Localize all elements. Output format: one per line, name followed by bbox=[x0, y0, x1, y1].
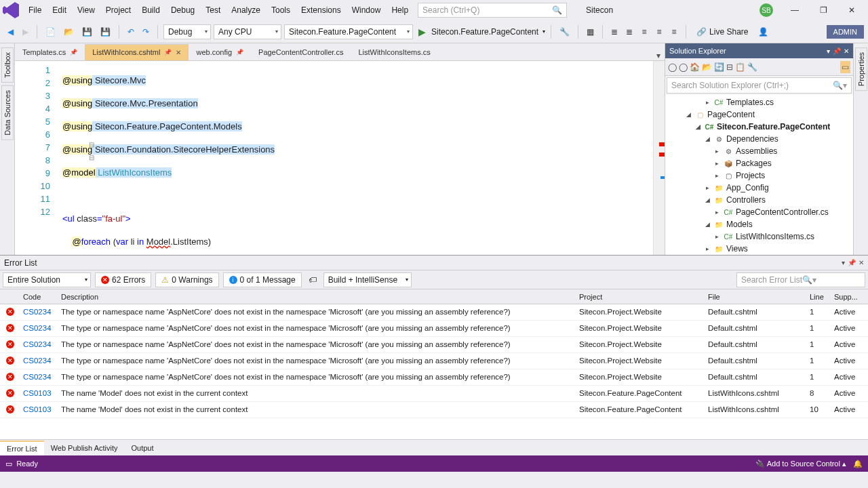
expand-icon[interactable]: ▸ bbox=[703, 245, 711, 252]
se-home-icon[interactable]: 🏠 bbox=[690, 62, 700, 72]
pane-dropdown-icon[interactable]: ▾ bbox=[842, 259, 845, 266]
error-row[interactable]: ✕CS0103The name 'Model' does not exist i… bbox=[0, 402, 868, 418]
tree-node[interactable]: ◢C#Sitecon.Feature.PageContent bbox=[665, 121, 853, 133]
run-icon[interactable]: ▶ bbox=[416, 24, 429, 39]
quick-search-input[interactable]: Search (Ctrl+Q) 🔍 bbox=[418, 3, 567, 18]
properties-tab[interactable]: Properties bbox=[855, 47, 867, 91]
tab-web-publish[interactable]: Web Publish Activity bbox=[44, 441, 125, 455]
tree-node[interactable]: ◢▢PageContent bbox=[665, 108, 853, 121]
tree-node[interactable]: ▸📁Views bbox=[665, 243, 853, 255]
user-avatar[interactable]: SB bbox=[760, 3, 773, 17]
editor-scrollbar[interactable] bbox=[653, 61, 665, 255]
menu-window[interactable]: Window bbox=[347, 3, 387, 18]
error-list-search[interactable]: Search Error List 🔍▾ bbox=[736, 272, 865, 287]
live-share-button[interactable]: 🔗Live Share bbox=[692, 24, 753, 39]
new-project-icon[interactable]: 📄 bbox=[43, 25, 58, 39]
filter-icon[interactable]: 🏷 bbox=[306, 273, 319, 287]
menu-extensions[interactable]: Extensions bbox=[296, 3, 347, 18]
code-text[interactable]: @using Sitecore.Mvc @using Sitecore.Mvc.… bbox=[62, 61, 653, 255]
format-icon[interactable]: ≡ bbox=[668, 25, 680, 39]
run-target[interactable]: Sitecon.Feature.PageContent bbox=[431, 27, 538, 37]
pin-icon[interactable]: 📌 bbox=[164, 49, 172, 56]
scope-dropdown[interactable]: Entire Solution bbox=[3, 272, 91, 287]
expand-icon[interactable]: ▸ bbox=[703, 184, 711, 191]
expand-icon[interactable]: ▸ bbox=[713, 148, 721, 155]
feedback-icon[interactable]: 👤 bbox=[755, 25, 771, 39]
tree-node[interactable]: ▸C#Templates.cs bbox=[665, 96, 853, 108]
fold-icon[interactable]: ⊟ bbox=[88, 141, 95, 148]
doctab[interactable]: Templates.cs📌 bbox=[15, 44, 85, 60]
close-button[interactable]: ✕ bbox=[838, 1, 865, 20]
menu-tools[interactable]: Tools bbox=[266, 3, 296, 18]
startup-dropdown[interactable]: Sitecon.Feature.PageContent bbox=[284, 24, 413, 39]
tree-node[interactable]: ◢📁Models bbox=[665, 218, 853, 230]
expand-icon[interactable]: ▸ bbox=[713, 209, 721, 216]
tree-node[interactable]: ▸📁App_Config bbox=[665, 182, 853, 194]
redo-icon[interactable]: ↷ bbox=[140, 25, 152, 39]
expand-icon[interactable]: ◢ bbox=[694, 123, 702, 130]
tree-node[interactable]: ▸C#ListWithIconsItems.cs bbox=[665, 230, 853, 243]
tree-node[interactable]: ▸📦Packages bbox=[665, 157, 853, 169]
outdent-icon[interactable]: ≣ bbox=[623, 25, 635, 39]
uncomment-icon[interactable]: ≡ bbox=[653, 25, 665, 39]
expand-icon[interactable]: ◢ bbox=[684, 111, 692, 118]
undo-icon[interactable]: ↶ bbox=[125, 25, 137, 39]
save-all-icon[interactable]: 💾 bbox=[98, 25, 113, 39]
solution-explorer-search[interactable]: Search Solution Explorer (Ctrl+;) 🔍▾ bbox=[667, 77, 852, 94]
platform-dropdown[interactable]: Any CPU bbox=[214, 24, 281, 39]
pin-icon[interactable]: 📌 bbox=[70, 49, 77, 56]
tree-node[interactable]: ▸C#PageContentController.cs bbox=[665, 206, 853, 218]
pane-close-icon[interactable]: ✕ bbox=[844, 47, 849, 55]
fold-icon[interactable]: ⊟ bbox=[88, 154, 95, 161]
se-preview-icon[interactable]: ▭ bbox=[840, 61, 850, 73]
error-row[interactable]: ✕CS0234The type or namespace name 'AspNe… bbox=[0, 337, 868, 353]
tree-node[interactable]: ◢⚙Dependencies bbox=[665, 133, 853, 145]
pane-close-icon[interactable]: ✕ bbox=[859, 259, 864, 266]
expand-icon[interactable]: ▸ bbox=[713, 233, 721, 240]
close-icon[interactable]: ✕ bbox=[176, 49, 181, 56]
expand-icon[interactable]: ◢ bbox=[703, 221, 711, 228]
code-editor[interactable]: 123456789101112 @using Sitecore.Mvc @usi… bbox=[15, 61, 665, 255]
error-row[interactable]: ✕CS0103The name 'Model' does not exist i… bbox=[0, 386, 868, 402]
toolbox-tab[interactable]: Toolbox bbox=[1, 47, 14, 83]
tree-node[interactable]: ▸⚙Assemblies bbox=[665, 145, 853, 157]
menu-debug[interactable]: Debug bbox=[165, 3, 200, 18]
tree-node[interactable]: ◢📁Controllers bbox=[665, 194, 853, 206]
tool-icon[interactable]: 🔧 bbox=[557, 25, 572, 39]
se-properties-icon[interactable]: 🔧 bbox=[747, 62, 757, 72]
doctab[interactable]: ListWithIconsItems.cs bbox=[351, 44, 437, 60]
error-row[interactable]: ✕CS0234The type or namespace name 'AspNe… bbox=[0, 304, 868, 321]
nav-fwd-icon[interactable]: ▶ bbox=[19, 25, 31, 39]
build-intellisense-dropdown[interactable]: Build + IntelliSense bbox=[323, 272, 412, 287]
expand-icon[interactable]: ▸ bbox=[713, 172, 721, 179]
nav-back-icon[interactable]: ◀ bbox=[4, 25, 16, 39]
expand-icon[interactable]: ◢ bbox=[703, 136, 711, 142]
source-control-button[interactable]: 🔌 Add to Source Control ▴ bbox=[755, 460, 846, 468]
tab-error-list[interactable]: Error List bbox=[0, 441, 44, 455]
notifications-icon[interactable]: 🔔 bbox=[853, 460, 863, 468]
doctab[interactable]: web.config📌 bbox=[189, 44, 251, 60]
menu-project[interactable]: Project bbox=[100, 3, 136, 18]
tabs-overflow-icon[interactable]: ▾ bbox=[652, 51, 665, 60]
menu-file[interactable]: File bbox=[23, 3, 47, 18]
solution-tree[interactable]: ▸C#Templates.cs◢▢PageContent◢C#Sitecon.F… bbox=[665, 95, 853, 255]
expand-icon[interactable]: ▸ bbox=[713, 160, 721, 167]
menu-edit[interactable]: Edit bbox=[47, 3, 72, 18]
maximize-button[interactable]: ❐ bbox=[810, 1, 837, 20]
datasources-tab[interactable]: Data Sources bbox=[1, 85, 14, 140]
warnings-filter[interactable]: ⚠0 Warnings bbox=[155, 272, 218, 287]
config-dropdown[interactable]: Debug bbox=[163, 24, 211, 39]
se-collapse-icon[interactable]: ⊟ bbox=[726, 62, 733, 72]
expand-icon[interactable]: ▸ bbox=[703, 99, 711, 106]
pin-icon[interactable]: 📌 bbox=[236, 49, 243, 56]
expand-icon[interactable]: ◢ bbox=[703, 197, 711, 203]
open-icon[interactable]: 📂 bbox=[61, 25, 77, 39]
menu-test[interactable]: Test bbox=[200, 3, 226, 18]
comment-icon[interactable]: ≡ bbox=[638, 25, 650, 39]
se-fwd-icon[interactable]: ◯ bbox=[679, 62, 688, 72]
save-icon[interactable]: 💾 bbox=[79, 25, 95, 39]
menu-view[interactable]: View bbox=[72, 3, 100, 18]
se-showall-icon[interactable]: 📋 bbox=[735, 62, 745, 72]
se-sync-icon[interactable]: 📂 bbox=[702, 62, 712, 72]
se-refresh-icon[interactable]: 🔄 bbox=[714, 62, 724, 72]
